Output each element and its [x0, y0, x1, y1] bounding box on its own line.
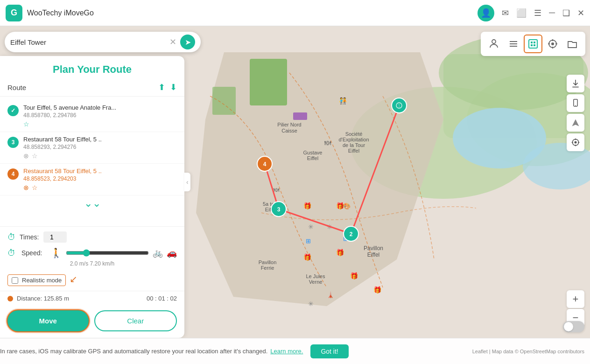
svg-rect-9	[212, 87, 236, 115]
got-it-button[interactable]: Got it!	[310, 344, 348, 358]
toolbar-folder-button[interactable]	[563, 35, 582, 53]
route-item-actions: ⊗ ☆	[23, 152, 177, 160]
speed-slider[interactable]	[66, 249, 149, 257]
title-bar: G WooTechy iMoveGo 👤 ✉ ⬜ ☰ ─ ❑ ✕	[0, 0, 590, 26]
svg-point-72	[575, 105, 576, 106]
route-item-actions: ⊗ ☆	[23, 184, 177, 191]
times-input[interactable]	[43, 231, 67, 243]
svg-text:🧑‍🤝‍🧑: 🧑‍🤝‍🧑	[339, 97, 347, 105]
svg-text:Pavillon: Pavillon	[364, 245, 383, 252]
svg-text:✳: ✳	[308, 223, 314, 231]
route-item-actions: ☆	[23, 120, 177, 128]
route-item-name: Restaurant 58 Tour Eiffel, 5 ..	[23, 136, 177, 143]
route-item-name: Tour Eiffel, 5 avenue Anatole Fra...	[23, 104, 177, 111]
toolbar-target-button[interactable]	[543, 35, 562, 53]
distance-dot	[7, 296, 13, 301]
timer-icon: ⏱	[7, 232, 16, 242]
speed-values: 2.0 m/s 7.20 km/h	[7, 260, 177, 267]
svg-text:Société: Société	[345, 131, 363, 137]
svg-text:⊞: ⊞	[306, 238, 311, 245]
app-logo: G	[6, 5, 22, 21]
mail-icon[interactable]: ✉	[502, 8, 509, 18]
svg-point-65	[551, 42, 554, 45]
svg-text:🍽: 🍽	[324, 139, 331, 147]
search-clear-icon[interactable]: ✕	[169, 37, 176, 47]
route-collapse-button[interactable]: ⌄⌄	[0, 196, 184, 211]
route-item-remove-icon[interactable]: ⊗	[23, 152, 29, 160]
search-input[interactable]	[10, 38, 169, 46]
times-label: Times:	[20, 233, 39, 241]
svg-text:Eiffel: Eiffel	[348, 148, 359, 154]
clear-button[interactable]: Clear	[94, 310, 177, 331]
svg-rect-63	[534, 44, 535, 46]
route-item[interactable]: 3 Restaurant 58 Tour Eiffel, 5 .. 48.858…	[0, 132, 184, 164]
route-item-remove-icon[interactable]: ⊗	[23, 184, 29, 191]
svg-text:Verne: Verne	[309, 279, 323, 285]
svg-text:🎁: 🎁	[336, 249, 344, 257]
route-item-star-icon[interactable]: ☆	[23, 120, 29, 128]
location-tool-button[interactable]	[567, 133, 584, 151]
svg-point-54	[396, 103, 402, 108]
svg-rect-62	[531, 44, 533, 46]
svg-text:Pilier Nord: Pilier Nord	[277, 122, 301, 127]
route-item[interactable]: ✓ Tour Eiffel, 5 avenue Anatole Fra... 4…	[0, 100, 184, 132]
speed-gauge-icon: ⏱	[7, 248, 16, 258]
svg-rect-56	[510, 41, 517, 42]
toolbar-person-button[interactable]	[485, 35, 503, 53]
svg-rect-61	[534, 42, 535, 43]
route-list: ✓ Tour Eiffel, 5 avenue Anatole Fra... 4…	[0, 97, 184, 226]
time-text: 00 : 01 : 02	[147, 295, 177, 302]
route-import-icon[interactable]: ⬇	[170, 82, 177, 92]
navigate-tool-button[interactable]	[567, 114, 584, 132]
svg-text:3: 3	[277, 206, 281, 213]
route-item-star-icon[interactable]: ☆	[32, 184, 38, 191]
route-item-info: Restaurant 58 Tour Eiffel, 5 .. 48.85829…	[23, 136, 177, 160]
action-buttons: Move Clear	[0, 306, 184, 338]
svg-text:🎁: 🎁	[303, 202, 312, 210]
route-item-info: Tour Eiffel, 5 avenue Anatole Fra... 48.…	[23, 104, 177, 128]
panel-collapse-tab[interactable]: ‹	[184, 173, 190, 191]
svg-text:Pavillon: Pavillon	[259, 259, 277, 265]
route-item-number: 4	[7, 168, 19, 180]
toolbar-list-button[interactable]	[504, 35, 523, 53]
svg-text:🗼: 🗼	[327, 291, 335, 299]
chat-icon[interactable]: ⬜	[516, 8, 527, 18]
toolbar-route-button[interactable]	[524, 35, 542, 53]
route-item-number: 3	[7, 137, 19, 148]
svg-text:✳: ✳	[308, 300, 314, 308]
move-button[interactable]: Move	[7, 310, 89, 331]
device-tool-button[interactable]	[567, 94, 584, 112]
svg-point-75	[575, 141, 577, 144]
titlebar-controls: 👤 ✉ ⬜ ☰ ─ ❑ ✕	[478, 5, 584, 21]
svg-text:Eiffel: Eiffel	[367, 252, 379, 258]
search-go-button[interactable]: ➤	[180, 35, 195, 49]
speed-row: ⏱ Speed: 🚶 🚲 🚗 2.0 m/s 7.20 km/h	[7, 247, 177, 267]
maximize-icon[interactable]: ❑	[562, 8, 570, 18]
download-tool-button[interactable]	[567, 75, 584, 92]
user-avatar-button[interactable]: 👤	[478, 5, 494, 21]
svg-text:Ferrie: Ferrie	[261, 265, 274, 271]
osm-credit: Leaflet | Map data © OpenStreetMap contr…	[472, 349, 584, 354]
times-row: ⏱ Times:	[7, 231, 177, 243]
realistic-mode-checkbox[interactable]	[12, 277, 18, 284]
bottom-notice: In rare cases, iOS may calibrate GPS and…	[0, 338, 590, 364]
route-item-star-icon[interactable]: ☆	[32, 152, 38, 160]
close-icon[interactable]: ✕	[577, 8, 584, 18]
distance-text: Distance: 125.85 m	[17, 295, 69, 302]
route-item-active[interactable]: 4 Restaurant 58 Tour Eiffel, 5 .. 48.858…	[0, 164, 184, 196]
distance-time-bar: Distance: 125.85 m 00 : 01 : 02	[0, 291, 184, 306]
map-toolbar	[481, 32, 585, 56]
left-panel: Plan Your Route Route ⬆ ⬇ ✓ Tour Eiffel,…	[0, 56, 184, 338]
route-item-coords: 48.858780, 2.294786	[23, 112, 177, 119]
search-bar: ✕ ➤	[5, 32, 201, 52]
svg-rect-57	[510, 43, 517, 44]
menu-icon[interactable]: ☰	[534, 8, 541, 18]
learn-more-link[interactable]: Learn more.	[270, 348, 303, 355]
realistic-mode-row: Realistic mode ↙	[7, 272, 177, 286]
realistic-mode-label: Realistic mode	[22, 277, 62, 284]
minimize-icon[interactable]: ─	[549, 8, 555, 18]
map-toggle-button[interactable]	[563, 321, 584, 332]
route-export-icon[interactable]: ⬆	[158, 82, 165, 92]
route-item-coords: 48.858523, 2.294203	[23, 175, 177, 182]
zoom-in-button[interactable]: +	[567, 290, 584, 308]
